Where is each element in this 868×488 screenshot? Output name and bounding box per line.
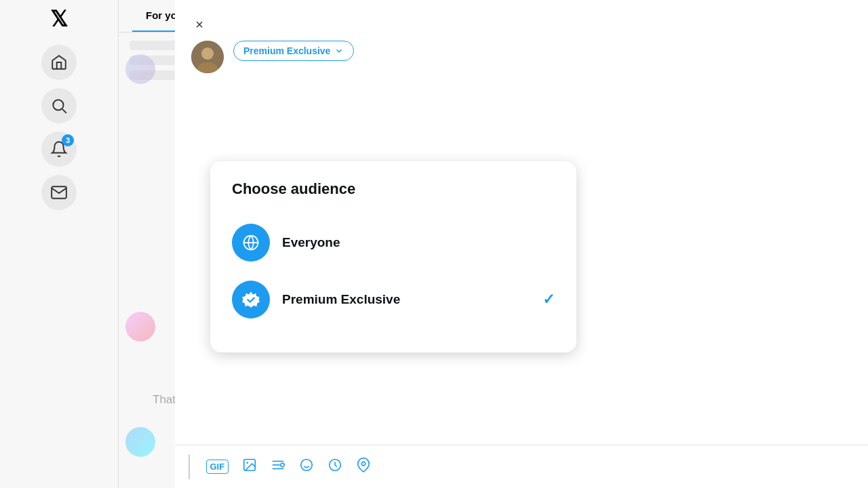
- svg-point-15: [361, 462, 366, 466]
- bg-avatar-3: [125, 427, 155, 457]
- sidebar-item-notifications[interactable]: 3: [41, 131, 77, 167]
- bg-post-text: That: [153, 393, 176, 407]
- globe-icon: [241, 233, 260, 252]
- svg-point-6: [247, 462, 249, 464]
- gif-button[interactable]: GIF: [206, 460, 229, 474]
- sidebar-item-search[interactable]: [41, 88, 77, 123]
- audience-option-everyone[interactable]: Everyone: [232, 214, 555, 271]
- dropdown-title: Choose audience: [232, 180, 555, 198]
- choose-audience-dropdown: Choose audience Everyone Premium Exclusi…: [210, 161, 576, 352]
- notification-badge: 3: [62, 134, 74, 146]
- everyone-icon: [232, 224, 270, 262]
- svg-point-9: [281, 463, 285, 467]
- sidebar-item-home[interactable]: [41, 45, 77, 80]
- schedule-button[interactable]: [328, 458, 342, 476]
- premium-icon: [232, 281, 270, 319]
- compose-user-row: Premium Exclusive: [175, 0, 868, 84]
- everyone-label: Everyone: [282, 235, 555, 250]
- toolbar-divider: [189, 455, 190, 479]
- image-button[interactable]: [242, 458, 257, 476]
- svg-point-11: [301, 460, 313, 471]
- audience-option-premium[interactable]: Premium Exclusive ✓: [232, 271, 555, 328]
- bg-avatar-1: [125, 54, 155, 84]
- chevron-down-icon: [334, 46, 344, 56]
- location-button[interactable]: [356, 458, 371, 476]
- emoji-button[interactable]: [299, 458, 314, 476]
- list-button[interactable]: [271, 458, 285, 476]
- bg-avatar-2: [125, 312, 155, 342]
- close-button[interactable]: ×: [187, 12, 212, 37]
- verified-icon: [241, 290, 260, 309]
- audience-selector-button[interactable]: Premium Exclusive: [233, 41, 354, 61]
- svg-line-1: [62, 109, 66, 113]
- premium-exclusive-label: Premium Exclusive: [282, 292, 530, 307]
- compose-user-avatar: [191, 41, 224, 73]
- sidebar-item-messages[interactable]: [41, 175, 77, 210]
- compose-bottom-toolbar: GIF: [175, 445, 868, 488]
- sidebar: 𝕏 3: [0, 0, 119, 488]
- svg-point-0: [53, 100, 63, 110]
- svg-point-3: [201, 47, 214, 60]
- selected-check: ✓: [542, 291, 555, 308]
- audience-label: Premium Exclusive: [243, 45, 330, 56]
- x-logo: 𝕏: [50, 8, 68, 30]
